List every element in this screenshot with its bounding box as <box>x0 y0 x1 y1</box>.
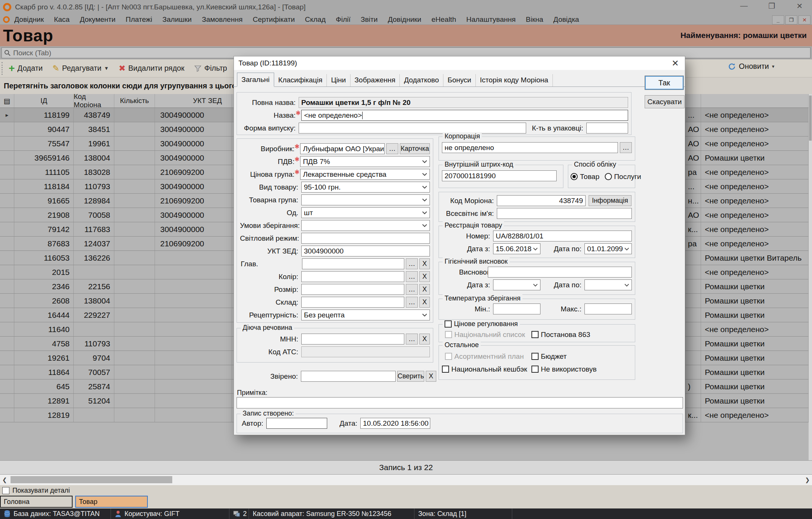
temp-min-field[interactable] <box>493 304 540 314</box>
filter-button[interactable]: Фільтр <box>194 64 227 73</box>
light-mode-field[interactable] <box>301 233 430 244</box>
reg-date-to-field[interactable]: 01.01.2099 <box>584 243 632 254</box>
color-field[interactable] <box>301 271 404 282</box>
recipe-select[interactable]: Без рецепта <box>301 310 430 320</box>
producer-field[interactable]: Лубныфарм ОАО [Украина] <box>300 143 385 154</box>
hyg-date-to-field[interactable] <box>584 279 632 290</box>
menu-item-2[interactable]: Каса <box>54 15 70 24</box>
ok-button[interactable]: Так <box>645 76 684 90</box>
note-field[interactable] <box>237 397 683 408</box>
national-cashback-checkbox[interactable]: Национальный кешбэк <box>442 365 531 373</box>
restore-button[interactable]: ❐ <box>766 2 777 11</box>
main-field[interactable] <box>302 258 404 269</box>
conclusion-field[interactable] <box>488 267 632 278</box>
product-group-select[interactable] <box>301 194 430 205</box>
dialog-tab-5[interactable]: Додатково <box>400 74 443 86</box>
dialog-tab-4[interactable]: Зображення <box>351 74 400 86</box>
dialog-tab-1[interactable]: Загальні <box>237 73 274 87</box>
size-field[interactable] <box>301 284 404 295</box>
storage-select[interactable] <box>301 220 430 231</box>
toolbar-grip[interactable] <box>2 62 6 75</box>
form-field[interactable] <box>299 123 526 134</box>
show-details-checkbox[interactable] <box>2 487 9 494</box>
cancel-button[interactable]: Скасувати <box>645 95 685 108</box>
mnn-ellipsis-button[interactable]: … <box>406 334 418 344</box>
menu-item-1[interactable]: Довідник <box>14 15 44 24</box>
column-header-ukt[interactable]: УКТ ЗЕД <box>155 94 232 108</box>
edit-button[interactable]: ✎ Редагувати ▼ <box>53 64 109 73</box>
mnn-field[interactable] <box>301 334 404 344</box>
menu-item-13[interactable]: Налаштування <box>466 15 516 24</box>
menu-item-12[interactable]: eHealth <box>431 15 456 24</box>
name-field[interactable]: <не определено> <box>301 110 628 121</box>
barcode-field[interactable]: 2070001181990 <box>442 170 557 181</box>
verified-field[interactable] <box>301 371 396 382</box>
scroll-left-icon[interactable]: ❮ <box>2 477 7 483</box>
price-group-select[interactable]: Лекарственные средства <box>300 169 430 180</box>
color-ellipsis-button[interactable]: … <box>406 271 418 282</box>
warehouse-field[interactable] <box>301 297 404 308</box>
verify-button[interactable]: Сверить <box>397 371 424 382</box>
full-name-field[interactable]: Ромашки цветки 1,5 г ф/п № 20 <box>299 97 628 108</box>
scroll-right-icon[interactable]: ❯ <box>805 477 810 483</box>
not-used-checkbox[interactable]: Не використовув <box>531 365 596 373</box>
minimize-button[interactable]: — <box>738 2 750 11</box>
price-regulation-checkbox[interactable]: Цінове регулювання <box>443 320 520 328</box>
tab-home[interactable]: Головна <box>0 496 73 508</box>
column-header-morion[interactable]: Код Моріона <box>74 94 114 108</box>
pack-qty-field[interactable] <box>586 123 628 134</box>
menu-item-3[interactable]: Документи <box>80 15 115 24</box>
producer-card-button[interactable]: Карточка <box>400 143 430 154</box>
menu-item-14[interactable]: Вікна <box>526 15 543 24</box>
accounting-services-radio[interactable]: Послуги <box>605 173 641 181</box>
mdi-minimize-button[interactable]: _ <box>772 15 784 24</box>
budget-checkbox[interactable]: Бюджет <box>531 352 567 361</box>
dialog-tab-3[interactable]: Ціни <box>327 74 350 86</box>
accounting-product-radio[interactable]: Товар <box>571 173 600 181</box>
verified-clear-button[interactable]: X <box>426 371 436 382</box>
menu-item-10[interactable]: Звіти <box>361 15 378 24</box>
color-clear-button[interactable]: X <box>419 271 430 282</box>
size-clear-button[interactable]: X <box>419 284 430 295</box>
producer-ellipsis-button[interactable]: … <box>386 143 398 154</box>
delete-row-button[interactable]: ✖ Видалити рядок <box>118 64 184 73</box>
author-field[interactable] <box>266 418 327 429</box>
vertical-scrollbar[interactable] <box>809 94 812 460</box>
tab-product[interactable]: Товар <box>75 496 148 508</box>
temp-max-field[interactable] <box>584 304 632 314</box>
menu-item-15[interactable]: Довідка <box>553 15 579 24</box>
column-header-id[interactable]: ІД <box>14 94 74 108</box>
add-button[interactable]: + Додати <box>9 64 43 73</box>
horizontal-scrollbar[interactable]: ❮ ❯ <box>0 475 812 485</box>
size-ellipsis-button[interactable]: … <box>406 284 418 295</box>
ukt-field[interactable]: 3004900000 <box>301 246 430 256</box>
menu-item-8[interactable]: Склад <box>305 15 326 24</box>
menu-item-4[interactable]: Платежі <box>126 15 152 24</box>
column-header-qty[interactable]: Кількість <box>114 94 155 108</box>
dialog-close-icon[interactable]: ✕ <box>672 58 679 68</box>
morion-field[interactable]: 438749 <box>497 195 586 206</box>
mnn-clear-button[interactable]: X <box>419 334 430 344</box>
unit-select[interactable]: шт <box>301 207 430 218</box>
main-ellipsis-button[interactable]: … <box>406 258 418 269</box>
dialog-tab-2[interactable]: Класифікація <box>274 74 327 86</box>
info-button[interactable]: Інформація <box>589 195 631 206</box>
dialog-title-bar[interactable]: Товар (ID:118199) ✕ <box>234 56 685 70</box>
vat-select[interactable]: ПДВ 7% <box>300 156 430 167</box>
corporation-field[interactable]: не определено <box>442 142 618 153</box>
mdi-close-button[interactable]: ✕ <box>798 15 810 24</box>
dialog-tab-6[interactable]: Бонуси <box>443 74 476 86</box>
refresh-button[interactable]: Оновити ▾ <box>728 62 774 71</box>
main-clear-button[interactable]: X <box>419 258 430 269</box>
corporation-ellipsis-button[interactable]: … <box>620 142 632 153</box>
hyg-date-from-field[interactable] <box>493 279 540 290</box>
vertical-scrollbar-thumb[interactable] <box>809 96 812 141</box>
menu-item-6[interactable]: Замовлення <box>202 15 243 24</box>
world-name-field[interactable] <box>497 208 632 219</box>
reg-date-from-field[interactable]: 15.06.2018 <box>493 243 540 254</box>
created-date-field[interactable]: 10.05.2020 18:56:00 <box>360 418 430 429</box>
warehouse-ellipsis-button[interactable]: … <box>406 297 418 308</box>
mdi-restore-button[interactable]: ❐ <box>785 15 797 24</box>
menu-item-9[interactable]: Філії <box>336 15 351 24</box>
product-kind-select[interactable]: 95-100 грн. <box>301 182 430 193</box>
